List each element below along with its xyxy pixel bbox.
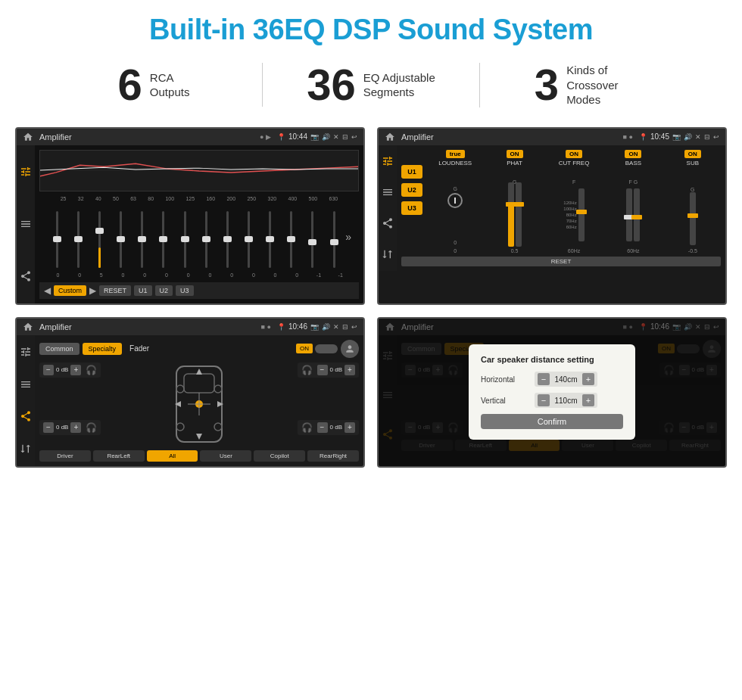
nav-rear-left[interactable]: RearLeft <box>93 450 145 462</box>
freq-250: 250 <box>247 196 256 201</box>
svg-point-6 <box>214 423 222 431</box>
loudness-ctrl: G 0 <box>427 186 483 245</box>
nav-driver[interactable]: Driver <box>39 450 91 462</box>
eq-slider-2[interactable] <box>89 211 109 268</box>
crossover-icon-3[interactable] <box>19 442 33 456</box>
close-icon-2: ✕ <box>695 133 701 141</box>
status-icons-2: 📍 10:45 📷 🔊 ✕ ⊟ ↩ <box>639 132 719 141</box>
vertical-label: Vertical <box>481 397 530 405</box>
horizontal-value: 140cm <box>553 375 579 384</box>
wave-icon-2[interactable] <box>381 185 394 199</box>
vol-bottom-left: − 0 dB + 🎧 <box>39 420 101 435</box>
eq-slider-13[interactable] <box>324 211 344 268</box>
loudness-knob[interactable] <box>447 193 463 208</box>
fader-on-toggle[interactable]: ON <box>296 344 313 353</box>
cutfreq-label: CUT FREQ <box>559 160 590 166</box>
vol-plus-bl[interactable]: + <box>70 422 81 433</box>
on-loudness[interactable]: true <box>446 150 465 158</box>
eq-slider-4[interactable] <box>132 211 152 268</box>
vol-bottom-right: 🎧 − 0 dB + <box>298 420 359 435</box>
stat-eq: 36 EQ AdjustableSegments <box>262 63 479 107</box>
reset-btn-2[interactable]: RESET <box>401 257 721 266</box>
avatar-btn[interactable] <box>341 340 359 358</box>
fader-content: Common Specialty Fader ON <box>35 335 363 466</box>
eq-slider-7[interactable] <box>196 211 216 268</box>
crossover-reset-row: RESET <box>401 257 721 266</box>
nav-user[interactable]: User <box>200 450 251 462</box>
wave-icon[interactable] <box>19 217 33 231</box>
eq-slider-10[interactable] <box>260 211 280 268</box>
back-icon-2: ↩ <box>713 133 719 141</box>
prev-icon[interactable]: ◀ <box>44 285 51 296</box>
val-2: 5 <box>90 272 112 278</box>
eq-slider-5[interactable] <box>154 211 173 268</box>
equalizer-icon[interactable] <box>19 165 33 179</box>
crossover-content: U1 U2 U3 true LOUDNESS <box>397 145 725 271</box>
val-13: -1 <box>329 272 351 278</box>
u3-btn[interactable]: U3 <box>176 285 194 296</box>
confirm-button[interactable]: Confirm <box>481 414 623 429</box>
custom-btn[interactable]: Custom <box>54 285 86 296</box>
reset-btn[interactable]: RESET <box>99 285 131 296</box>
horizontal-plus[interactable]: + <box>582 373 594 385</box>
horizontal-minus[interactable]: − <box>538 373 550 385</box>
preset-u3[interactable]: U3 <box>401 201 422 215</box>
vol-minus-tl[interactable]: − <box>43 365 54 375</box>
svg-marker-10 <box>196 369 202 375</box>
speaker-icon-2[interactable] <box>381 216 394 230</box>
eq-icon-3[interactable] <box>19 345 33 359</box>
cutfreq-slider[interactable] <box>578 188 585 241</box>
vol-plus-tr[interactable]: + <box>344 365 355 375</box>
next-icon[interactable]: ▶ <box>89 285 96 296</box>
preset-u2[interactable]: U2 <box>401 183 422 197</box>
wave-icon-3[interactable] <box>19 378 33 391</box>
eq-slider-8[interactable] <box>217 211 237 268</box>
left-spacer <box>39 384 101 414</box>
on-bass[interactable]: ON <box>625 150 641 158</box>
eq-slider-1[interactable] <box>68 211 88 268</box>
val-9: 0 <box>242 272 264 278</box>
eq-slider-0[interactable] <box>47 211 67 268</box>
nav-rear-right[interactable]: RearRight <box>307 450 359 462</box>
tab-common[interactable]: Common <box>39 343 80 355</box>
vertical-minus[interactable]: − <box>538 394 550 406</box>
sub-slider[interactable] <box>690 192 696 245</box>
vol-plus-br[interactable]: + <box>344 422 355 433</box>
freq-160: 160 <box>206 196 215 201</box>
phat-slider2[interactable] <box>516 182 522 247</box>
fader-toggle-slider[interactable] <box>315 344 338 353</box>
crossover-icon[interactable] <box>381 247 394 261</box>
u2-btn[interactable]: U2 <box>155 285 173 296</box>
eq-slider-9[interactable] <box>238 211 258 268</box>
phat-ctrl: G <box>486 179 542 245</box>
u1-btn[interactable]: U1 <box>134 285 152 296</box>
vol-minus-tr[interactable]: − <box>317 365 328 375</box>
preset-u1[interactable]: U1 <box>401 165 422 179</box>
speaker-icon-3[interactable] <box>19 409 33 423</box>
stat-crossover: 3 Kinds ofCrossover Modes <box>479 63 697 107</box>
eq-slider-12[interactable] <box>303 211 323 268</box>
speaker-icon[interactable] <box>19 269 33 283</box>
vol-minus-bl[interactable]: − <box>43 422 54 433</box>
nav-copilot[interactable]: Copilot <box>254 450 305 462</box>
vertical-plus[interactable]: + <box>582 394 594 406</box>
eq-slider-11[interactable] <box>282 211 301 268</box>
time-3: 10:46 <box>288 322 307 331</box>
horizontal-row: Horizontal − 140cm + <box>481 372 623 387</box>
volume-icon-2: 🔊 <box>684 133 692 141</box>
phat-slider[interactable] <box>508 182 514 247</box>
vol-plus-tl[interactable]: + <box>70 365 81 375</box>
svg-rect-2 <box>184 374 214 393</box>
nav-all[interactable]: All <box>147 450 198 462</box>
eq-slider-6[interactable] <box>175 211 195 268</box>
tab-specialty[interactable]: Specialty <box>83 343 123 355</box>
on-sub[interactable]: ON <box>684 150 701 158</box>
on-phat[interactable]: ON <box>507 150 523 158</box>
eq-icon-2[interactable] <box>381 154 394 168</box>
vol-minus-br[interactable]: − <box>317 422 328 433</box>
eq-slider-3[interactable] <box>111 211 130 268</box>
freq-80: 80 <box>148 196 154 201</box>
bass-slider2[interactable] <box>634 188 640 241</box>
loudness-label: LOUDNESS <box>438 160 472 166</box>
on-cutfreq[interactable]: ON <box>566 150 582 158</box>
